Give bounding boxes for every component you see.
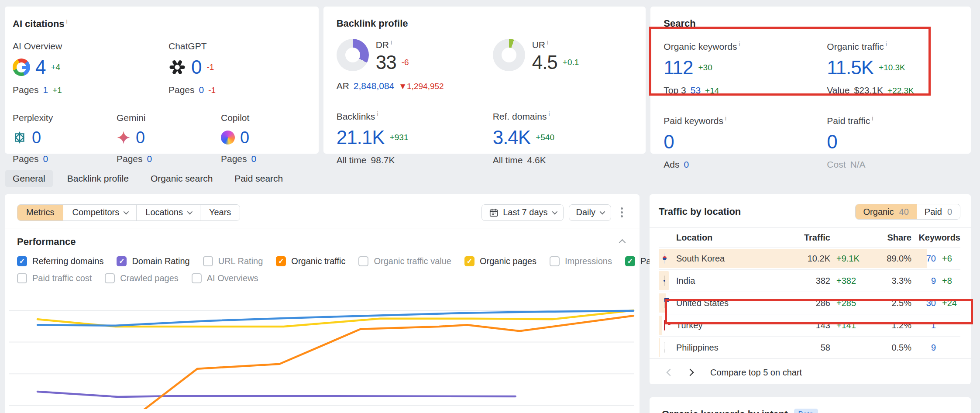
keywords-value[interactable]: 70: [911, 254, 936, 264]
gemini-value[interactable]: 0: [136, 129, 144, 146]
organic-paid-toggle: Organic 40 Paid 0: [855, 204, 960, 220]
toggle-paid[interactable]: Paid 0: [917, 204, 960, 219]
info-icon[interactable]: i: [547, 39, 548, 46]
checkbox-organic-traffic[interactable]: Organic traffic: [276, 256, 345, 266]
keywords-value[interactable]: 30: [911, 298, 936, 308]
tab-organic-search[interactable]: Organic search: [143, 170, 220, 187]
checkbox-domain-rating[interactable]: Domain Rating: [117, 256, 189, 266]
copilot-label: Copilot: [221, 113, 306, 123]
segment-competitors[interactable]: Competitors: [63, 205, 137, 220]
dr-delta: -6: [402, 58, 409, 67]
checkbox-organic-traffic-value[interactable]: Organic traffic value: [358, 256, 451, 266]
organic-traffic-block: Organic traffici 11.5K +10.3K Value $23.…: [827, 41, 958, 96]
overview-cards-row: AI citationsi AI Overview 4 +4 Pages 1 +…: [5, 7, 971, 154]
ref-domains-label: Ref. domainsi: [493, 110, 633, 122]
table-footer: Compare top 5 on chart: [659, 359, 960, 386]
chatgpt-pages: Pages 0 -1: [168, 85, 306, 95]
united-states-flag-icon: [664, 298, 665, 308]
compare-top5-link[interactable]: Compare top 5 on chart: [710, 368, 802, 378]
table-row-turkey[interactable]: Turkey 143 +141 1.2% 1: [659, 314, 960, 336]
table-row-india[interactable]: India 382 +382 3.3% 9 +8: [659, 269, 960, 292]
gemini-label: Gemini: [117, 113, 221, 123]
checkbox-box: [17, 256, 27, 266]
organic-keywords-label: Organic keywordsi: [664, 41, 827, 52]
info-icon[interactable]: i: [66, 18, 68, 25]
paid-traffic-value[interactable]: 0: [827, 132, 837, 151]
keywords-value[interactable]: 9: [911, 343, 936, 353]
dot: [621, 215, 623, 217]
ar-value[interactable]: 2,848,084: [354, 81, 394, 91]
previous-page-button[interactable]: [667, 369, 674, 376]
ur-block: URi 4.5 +0.1: [493, 39, 633, 91]
segment-locations[interactable]: Locations: [137, 205, 200, 220]
checkbox-organic-pages[interactable]: Organic pages: [464, 256, 536, 266]
ref-domains-value[interactable]: 3.4K: [493, 128, 531, 147]
copilot-value[interactable]: 0: [240, 129, 249, 146]
ref-domains-block: Ref. domainsi 3.4K +540 All time 4.6K: [493, 110, 633, 165]
granularity-button[interactable]: Daily: [569, 204, 611, 221]
checkbox-box: [625, 256, 635, 266]
more-options-button[interactable]: [616, 204, 627, 221]
paid-keywords-value[interactable]: 0: [664, 132, 674, 151]
south-korea-flag-icon: [664, 253, 665, 264]
info-icon[interactable]: i: [886, 41, 887, 48]
checkbox-box: [105, 273, 115, 283]
location-name: Philippines: [676, 343, 787, 353]
info-icon[interactable]: i: [739, 41, 740, 48]
ai-citations-title: AI citationsi: [13, 18, 306, 30]
checkbox-box: [192, 273, 202, 283]
checkbox-url-rating[interactable]: URL Rating: [203, 256, 263, 266]
collapse-section-button[interactable]: [620, 237, 625, 247]
toggle-organic[interactable]: Organic 40: [856, 204, 917, 219]
checkbox-box: [276, 256, 286, 266]
tab-paid-search[interactable]: Paid search: [227, 170, 291, 187]
segment-years[interactable]: Years: [200, 205, 240, 220]
checkbox-referring-domains[interactable]: Referring domains: [17, 256, 103, 266]
ref-domains-delta: +540: [536, 133, 554, 142]
keywords-value[interactable]: 9: [911, 276, 936, 286]
date-range-button[interactable]: Last 7 days: [481, 204, 563, 221]
info-icon[interactable]: i: [391, 39, 392, 46]
backlinks-block: Backlinksi 21.1K +931 All time 98.7K: [337, 110, 493, 165]
paid-count: 0: [947, 207, 952, 217]
table-row-philippines[interactable]: Philippines 58 0.5% 9: [659, 336, 960, 358]
keywords-value[interactable]: 1: [911, 320, 936, 330]
table-row-united-states[interactable]: United States 286 +285 2.5% 30 +24: [659, 292, 960, 314]
backlink-profile-card: Backlink profile DRi 33 -6: [323, 7, 646, 154]
info-icon[interactable]: i: [548, 110, 550, 117]
share-value: 1.2%: [870, 320, 911, 330]
organic-traffic-value[interactable]: 11.5K: [827, 58, 873, 77]
backlinks-value[interactable]: 21.1K: [337, 128, 385, 147]
organic-keywords-block: Organic keywordsi 112 +30 Top 3 53 +14: [664, 41, 827, 96]
view-segmented-control: Metrics Competitors Locations Years: [17, 204, 240, 221]
share-value: 0.5%: [870, 343, 911, 353]
ur-label: URi: [532, 39, 579, 50]
organic-keywords-value[interactable]: 112: [664, 58, 693, 77]
ai-citations-row-1: AI Overview 4 +4 Pages 1 +1 ChatGPT: [13, 41, 306, 95]
segment-metrics[interactable]: Metrics: [17, 205, 63, 220]
checkbox-impressions[interactable]: Impressions: [550, 256, 612, 266]
perplexity-value[interactable]: 0: [32, 129, 41, 146]
organic-traffic-label: Organic traffici: [827, 41, 958, 52]
location-name: Turkey: [676, 320, 787, 330]
info-icon[interactable]: i: [872, 115, 873, 122]
main-content-row: Metrics Competitors Locations Years: [5, 194, 971, 413]
table-row-south-korea[interactable]: South Korea 10.2K +9.1K 89.0% 70 +6: [659, 247, 960, 269]
tab-backlink-profile[interactable]: Backlink profile: [59, 170, 137, 187]
info-icon[interactable]: i: [377, 110, 378, 117]
chevron-down-icon: [187, 209, 193, 215]
next-page-button[interactable]: [687, 369, 694, 376]
checkbox-ai-overviews[interactable]: AI Overviews: [192, 273, 258, 283]
tab-general[interactable]: General: [5, 170, 53, 187]
backlinks-label: Backlinksi: [337, 110, 493, 122]
chatgpt-value[interactable]: 0: [191, 58, 201, 77]
traffic-value: 143: [787, 320, 830, 330]
checkbox-crawled-pages[interactable]: Crawled pages: [105, 273, 178, 283]
ai-citations-row-2: Perplexity 0 Pages 0 Gemini: [13, 113, 306, 164]
ur-delta: +0.1: [563, 58, 579, 67]
ai-overview-value[interactable]: 4: [35, 58, 45, 77]
share-value: 2.5%: [870, 298, 911, 308]
checkbox-box: [17, 273, 27, 283]
checkbox-paid-traffic-cost[interactable]: Paid traffic cost: [17, 273, 92, 283]
info-icon[interactable]: i: [725, 115, 726, 122]
